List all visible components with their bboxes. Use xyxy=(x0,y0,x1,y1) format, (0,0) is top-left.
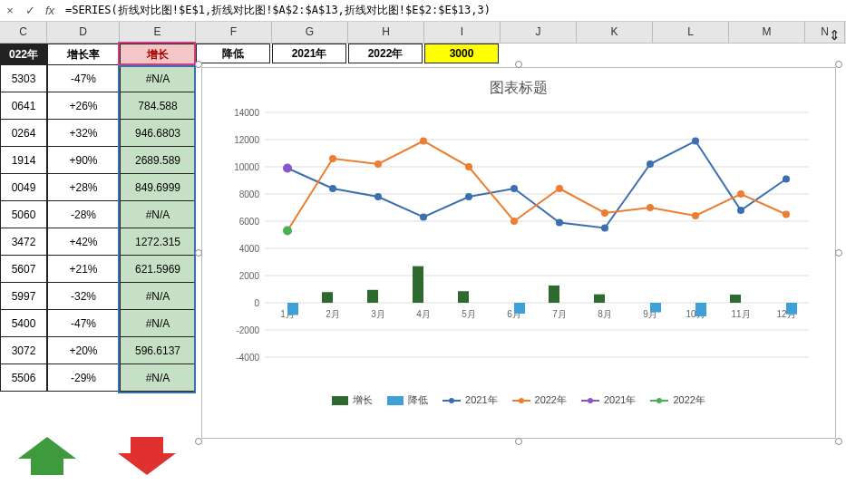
svg-rect-32 xyxy=(322,292,333,303)
svg-rect-38 xyxy=(730,295,741,303)
svg-text:-2000: -2000 xyxy=(236,325,259,335)
cell[interactable]: 5060 xyxy=(0,201,47,228)
cell[interactable]: +26% xyxy=(47,92,120,120)
cell[interactable]: 784.588 xyxy=(120,92,196,120)
col-header-i[interactable]: I xyxy=(424,22,501,43)
cell[interactable]: -47% xyxy=(47,65,120,92)
legend-label: 2021年 xyxy=(604,393,636,407)
arrow-shapes xyxy=(18,437,176,459)
svg-point-45 xyxy=(329,185,336,192)
cell[interactable]: +42% xyxy=(47,228,120,256)
svg-text:8000: 8000 xyxy=(239,189,260,199)
legend-label: 降低 xyxy=(408,393,428,407)
cell[interactable]: 3472 xyxy=(0,228,47,256)
chart-title[interactable]: 图表标题 xyxy=(202,68,835,103)
float-cell-h[interactable]: 2022年 xyxy=(348,44,423,63)
cell-header-c[interactable]: 022年 xyxy=(0,44,47,65)
cell[interactable]: -32% xyxy=(47,283,120,310)
cell[interactable]: -29% xyxy=(47,364,120,392)
svg-text:7月: 7月 xyxy=(552,309,567,319)
float-cell-i[interactable]: 3000 xyxy=(424,44,499,63)
cell[interactable]: 849.6999 xyxy=(120,174,196,201)
cell[interactable]: #N/A xyxy=(120,283,196,310)
cell[interactable]: 946.6803 xyxy=(120,120,196,147)
svg-text:12000: 12000 xyxy=(234,135,259,145)
svg-point-54 xyxy=(737,207,744,214)
col-header-h[interactable]: H xyxy=(348,22,424,43)
chart-object[interactable]: 图表标题 -4000-20000200040006000800010000120… xyxy=(201,67,836,439)
cell[interactable]: 5997 xyxy=(0,283,47,310)
cell[interactable]: 5506 xyxy=(0,364,47,392)
float-cell-g[interactable]: 2021年 xyxy=(272,44,346,63)
svg-point-48 xyxy=(465,193,472,200)
legend-2022[interactable]: .leg-item[data-name='legend-2022'] .leg-… xyxy=(512,393,567,407)
col-header-j[interactable]: J xyxy=(501,22,577,43)
column-e: 增长 #N/A 784.588 946.6803 2689.589 849.69… xyxy=(120,44,196,392)
cell[interactable]: 3072 xyxy=(0,337,47,364)
cell[interactable]: 0641 xyxy=(0,92,47,120)
chart-plot-area[interactable]: -4000-2000020004000600080001000012000140… xyxy=(219,103,819,384)
svg-point-64 xyxy=(647,204,654,211)
col-header-m[interactable]: M xyxy=(729,22,805,43)
float-cell-f[interactable]: 降低 xyxy=(196,44,270,63)
legend-2021p[interactable]: .leg-item[data-name='legend-2021p'] .leg… xyxy=(581,393,636,407)
svg-text:2月: 2月 xyxy=(326,309,340,319)
formula-input[interactable]: =SERIES(折线对比图!$E$1,折线对比图!$A$2:$A$13,折线对比… xyxy=(60,3,846,18)
svg-point-66 xyxy=(737,190,744,198)
fx-button[interactable]: fx xyxy=(40,1,60,21)
cell[interactable]: +20% xyxy=(47,337,120,364)
cell[interactable]: +90% xyxy=(47,147,120,174)
cell[interactable]: 0264 xyxy=(0,120,47,147)
cell[interactable]: +21% xyxy=(47,256,120,283)
svg-point-61 xyxy=(511,218,518,225)
svg-point-55 xyxy=(783,176,790,183)
cell[interactable]: 5400 xyxy=(0,310,47,337)
confirm-formula-button[interactable]: ✓ xyxy=(20,1,40,21)
legend-2021[interactable]: .leg-item[data-name='legend-2021'] .leg-… xyxy=(442,393,497,407)
col-header-d[interactable]: D xyxy=(47,22,120,43)
svg-text:0: 0 xyxy=(254,298,259,308)
cancel-formula-button[interactable]: × xyxy=(0,1,20,21)
cell[interactable]: #N/A xyxy=(120,201,196,228)
cell-header-d[interactable]: 增长率 xyxy=(47,44,120,65)
cell[interactable]: #N/A xyxy=(120,65,196,92)
col-header-e[interactable]: E xyxy=(120,22,196,43)
cell[interactable]: 1272.315 xyxy=(120,228,196,256)
cell[interactable]: 596.6137 xyxy=(120,337,196,364)
svg-rect-40 xyxy=(514,303,525,314)
col-header-f[interactable]: F xyxy=(196,22,272,43)
cell[interactable]: -28% xyxy=(47,201,120,228)
cell[interactable]: 621.5969 xyxy=(120,256,196,283)
cell[interactable]: #N/A xyxy=(120,310,196,337)
green-up-arrow-icon[interactable] xyxy=(18,437,76,459)
red-down-arrow-icon[interactable] xyxy=(118,453,176,475)
legend-grow[interactable]: 增长 xyxy=(332,393,373,407)
legend-reduce[interactable]: 降低 xyxy=(387,393,428,407)
cell[interactable]: 5607 xyxy=(0,256,47,283)
svg-text:4000: 4000 xyxy=(239,244,260,254)
cell[interactable]: 2689.589 xyxy=(120,147,196,174)
svg-point-49 xyxy=(511,185,518,192)
cell[interactable]: -47% xyxy=(47,310,120,337)
svg-text:6000: 6000 xyxy=(239,217,260,227)
svg-rect-34 xyxy=(413,267,423,303)
legend-2022p[interactable]: .leg-item[data-name='legend-2022p'] .leg… xyxy=(650,393,705,407)
cell[interactable]: 1914 xyxy=(0,147,47,174)
svg-rect-39 xyxy=(287,303,298,315)
svg-rect-41 xyxy=(650,303,661,313)
cell[interactable]: 0049 xyxy=(0,174,47,201)
cell[interactable]: +28% xyxy=(47,174,120,201)
cell[interactable]: #N/A xyxy=(120,364,196,392)
svg-point-60 xyxy=(465,163,472,170)
svg-text:2000: 2000 xyxy=(239,271,260,281)
col-header-g[interactable]: G xyxy=(272,22,348,43)
chart-legend[interactable]: 增长 降低 .leg-item[data-name='legend-2021']… xyxy=(202,384,835,416)
cell[interactable]: +32% xyxy=(47,120,120,147)
svg-point-50 xyxy=(556,219,563,227)
svg-point-52 xyxy=(647,160,654,168)
col-header-l[interactable]: L xyxy=(653,22,729,43)
col-header-c[interactable]: C xyxy=(0,22,47,43)
col-header-k[interactable]: K xyxy=(577,22,653,43)
cell-header-e[interactable]: 增长 xyxy=(120,44,196,65)
cell[interactable]: 5303 xyxy=(0,65,47,92)
